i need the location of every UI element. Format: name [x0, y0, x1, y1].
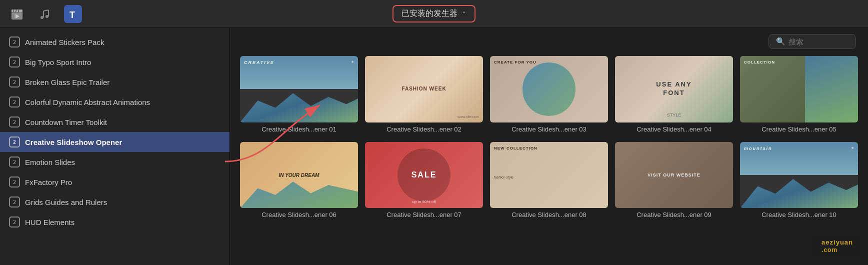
thumbnail-label-5: Creative Slidesh...ener 05 [740, 126, 858, 134]
thumbnail-item-7[interactable]: SALE up to 50% off Creative Slidesh...en… [365, 142, 483, 220]
thumbnail-image-1: CREATIVE ★ [240, 56, 358, 122]
sidebar-item-label: Emotion Slides [25, 158, 75, 166]
sidebar-item-animated-stickers-pack[interactable]: 2 Animated Stickers Pack [0, 32, 230, 52]
plugin-icon: 2 [9, 96, 20, 108]
sidebar-item-label: Creative Slideshow Opener [25, 138, 122, 146]
sidebar-item-hud-elements[interactable]: 2 HUD Elements [0, 212, 230, 232]
thumbnail-image-2: FASHION WEEK www.site.com [365, 56, 483, 122]
sidebar-item-countdown-timer-toolkit[interactable]: 2 Countdown Timer Toolkit [0, 112, 230, 132]
thumbnail-image-5: COLLECTION [740, 56, 858, 122]
sidebar-item-creative-slideshow-opener[interactable]: 2 Creative Slideshow Opener [0, 132, 230, 152]
main-layout: 2 Animated Stickers Pack 2 Big Typo Spor… [0, 28, 868, 265]
thumbnail-item-6[interactable]: IN YOUR DREAM Creative Slidesh...ener 06 [240, 142, 358, 220]
sidebar-item-label: Animated Stickers Pack [25, 38, 104, 46]
content-header: 🔍 [240, 34, 858, 49]
search-icon: 🔍 [776, 37, 786, 46]
plugin-icon: 2 [9, 176, 20, 188]
sidebar-item-grids-guides-rulers[interactable]: 2 Grids Guides and Rulers [0, 192, 230, 212]
thumbnail-image-10: mountain ★ [740, 142, 858, 208]
sidebar-item-emotion-slides[interactable]: 2 Emotion Slides [0, 152, 230, 172]
thumbnail-item-5[interactable]: COLLECTION Creative Slidesh...ener 05 [740, 56, 858, 134]
toolbar-icons: T [8, 5, 82, 23]
thumbnail-label-3: Creative Slidesh...ener 03 [490, 126, 608, 134]
sidebar-item-label: Countdown Timer Toolkit [25, 118, 107, 126]
sidebar-item-label: Big Typo Sport Intro [25, 58, 91, 66]
search-box[interactable]: 🔍 [768, 34, 856, 49]
title-icon[interactable]: T [64, 5, 82, 23]
thumbnail-image-6: IN YOUR DREAM [240, 142, 358, 208]
chevron-down-icon: ⌃ [462, 10, 466, 18]
sidebar-item-label: FxFactory Pro [25, 178, 72, 186]
search-input[interactable] [788, 38, 848, 46]
thumbnail-item-2[interactable]: FASHION WEEK www.site.com Creative Slide… [365, 56, 483, 134]
svg-text:T: T [70, 10, 75, 20]
thumbnail-label-7: Creative Slidesh...ener 07 [365, 211, 483, 220]
toolbar-center: 已安装的发生器 ⌃ [392, 5, 476, 22]
sidebar-item-broken-glass-epic-trailer[interactable]: 2 Broken Glass Epic Trailer [0, 72, 230, 92]
watermark-line2: .com [822, 246, 853, 254]
thumbnail-image-8: NEW COLLECTION fashion style [490, 142, 608, 208]
thumbnails-grid: CREATIVE ★ Creative Slidesh...ener 01 FA… [240, 56, 858, 220]
plugin-icon: 2 [9, 216, 20, 228]
svg-line-10 [44, 10, 48, 11]
thumbnail-item-3[interactable]: CREATE FOR YOU Creative Slidesh...ener 0… [490, 56, 608, 134]
thumbnail-image-4: USE ANY FONT STYLE [615, 56, 733, 122]
sidebar-item-label: Broken Glass Epic Trailer [25, 78, 110, 86]
thumbnail-item-10[interactable]: mountain ★ Creative Slidesh...ener 10 [740, 142, 858, 220]
sidebar-item-colorful-dynamic-abstract[interactable]: 2 Colorful Dynamic Abstract Animations [0, 92, 230, 112]
thumbnail-label-2: Creative Slidesh...ener 02 [365, 126, 483, 134]
thumbnail-label-4: Creative Slidesh...ener 04 [615, 126, 733, 134]
clapper-icon[interactable] [8, 5, 26, 23]
watermark: aeziyuan .com [816, 236, 859, 256]
plugin-icon: 2 [9, 116, 20, 128]
plugin-icon: 2 [9, 156, 20, 168]
toolbar: T 已安装的发生器 ⌃ [0, 0, 868, 28]
thumbnail-label-1: Creative Slidesh...ener 01 [240, 126, 358, 134]
watermark-line1: aeziyuan [822, 238, 853, 246]
dropdown-label: 已安装的发生器 [402, 8, 458, 19]
plugin-icon: 2 [9, 136, 20, 148]
sidebar-item-big-typo-sport-intro[interactable]: 2 Big Typo Sport Intro [0, 52, 230, 72]
thumbnail-item-4[interactable]: USE ANY FONT STYLE Creative Slidesh...en… [615, 56, 733, 134]
plugin-icon: 2 [9, 36, 20, 48]
sidebar-item-label: Grids Guides and Rulers [25, 198, 107, 206]
thumbnail-image-7: SALE up to 50% off [365, 142, 483, 208]
thumbnail-label-10: Creative Slidesh...ener 10 [740, 211, 858, 220]
generator-dropdown[interactable]: 已安装的发生器 ⌃ [392, 5, 476, 22]
thumbnail-item-1[interactable]: CREATIVE ★ Creative Slidesh...ener 01 [240, 56, 358, 134]
thumbnail-item-8[interactable]: NEW COLLECTION fashion style Creative Sl… [490, 142, 608, 220]
thumbnail-label-8: Creative Slidesh...ener 08 [490, 211, 608, 220]
thumbnail-label-9: Creative Slidesh...ener 09 [615, 211, 733, 220]
sidebar-item-label: Colorful Dynamic Abstract Animations [25, 98, 150, 106]
sidebar-item-label: HUD Elements [25, 218, 74, 226]
thumbnail-image-9: VISIT OUR WEBSITE [615, 142, 733, 208]
plugin-icon: 2 [9, 76, 20, 88]
plugin-icon: 2 [9, 56, 20, 68]
music-icon[interactable] [36, 5, 54, 23]
sidebar-item-fxfactory-pro[interactable]: 2 FxFactory Pro [0, 172, 230, 192]
sidebar: 2 Animated Stickers Pack 2 Big Typo Spor… [0, 28, 230, 265]
thumbnail-image-3: CREATE FOR YOU [490, 56, 608, 122]
thumbnail-item-9[interactable]: VISIT OUR WEBSITE Creative Slidesh...ene… [615, 142, 733, 220]
plugin-icon: 2 [9, 196, 20, 208]
thumbnail-label-6: Creative Slidesh...ener 06 [240, 211, 358, 220]
content-area: 🔍 CREATIVE ★ Creative Slidesh...ener 01 … [230, 28, 868, 265]
